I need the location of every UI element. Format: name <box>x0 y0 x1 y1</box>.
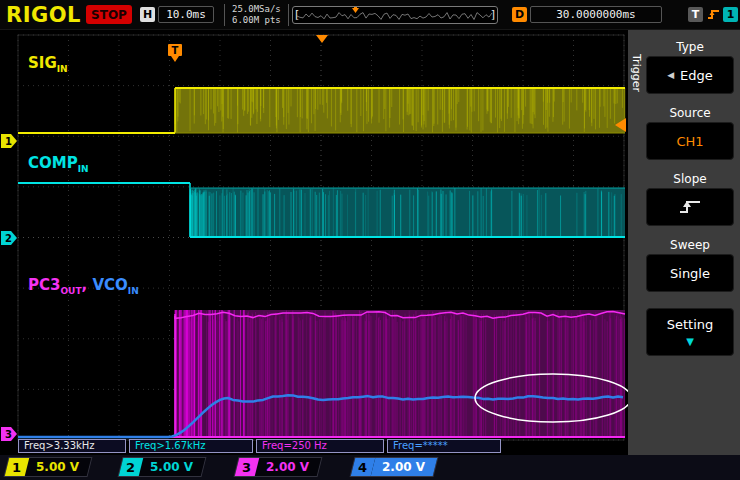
trigger-key-icon: T <box>688 7 703 22</box>
setting-button[interactable]: Setting ▼ <box>646 308 734 356</box>
source-button[interactable]: CH1 <box>646 122 734 160</box>
setting-value: Setting <box>667 317 714 332</box>
ch3-ch4-annotation: PC3OUT, VCOIN <box>28 276 139 296</box>
trigger-slope-icon <box>706 7 721 22</box>
oscilloscope-screen: RIGOL STOP H 10.0ms 25.0MSa/s 6.00M pts … <box>0 0 740 480</box>
channel-4-scale: 2.00 V <box>371 458 437 476</box>
delay-readout[interactable]: 30.0000000ms <box>530 6 662 23</box>
status-bar: RIGOL STOP H 10.0ms 25.0MSa/s 6.00M pts … <box>0 0 740 30</box>
slope-button[interactable] <box>646 188 734 226</box>
channel-4-status[interactable]: 4 2.00 V <box>350 457 439 477</box>
sample-rate: 25.0MSa/s <box>232 4 281 15</box>
freq-measurement-ch4[interactable]: Freq=***** <box>387 439 501 453</box>
freq-measurement-ch1[interactable]: Freq>3.33kHz <box>18 439 126 453</box>
svg-text:3: 3 <box>5 429 12 440</box>
timebase-readout[interactable]: 10.0ms <box>158 6 214 23</box>
source-label: Source <box>644 106 736 122</box>
channel-2-status[interactable]: 2 5.00 V <box>118 457 207 477</box>
measurement-bar: Freq>3.33kHz Freq>1.67kHz Freq=250 Hz Fr… <box>18 439 501 453</box>
window-bracket-right: ] <box>491 8 495 22</box>
svg-text:2: 2 <box>5 233 12 244</box>
waveform-overview-strip[interactable]: [ ] <box>292 6 498 24</box>
trigger-source-badge: 1 <box>723 7 738 22</box>
menu-title: Trigger <box>630 54 643 92</box>
rigol-logo: RIGOL <box>6 3 81 27</box>
source-value: CH1 <box>676 134 703 149</box>
slope-label: Slope <box>644 172 736 188</box>
trigger-menu: Trigger Type ◀ Edge Source CH1 Slope Swe… <box>628 30 740 455</box>
chevron-down-icon: ▼ <box>686 337 694 347</box>
freq-measurement-ch2[interactable]: Freq>1.67kHz <box>129 439 253 453</box>
channel-3-scale: 2.00 V <box>255 458 321 476</box>
type-value: Edge <box>680 68 713 83</box>
waveform-display: 123T SIGIN COMPIN PC3OUT, VCOIN Freq>3.3… <box>0 30 628 455</box>
run-stop-status[interactable]: STOP <box>86 5 132 24</box>
sweep-label: Sweep <box>644 238 736 254</box>
channel-1-scale: 5.00 V <box>25 458 91 476</box>
type-label: Type <box>644 40 736 56</box>
freq-measurement-ch3[interactable]: Freq=250 Hz <box>256 439 384 453</box>
horizontal-key-icon: H <box>140 7 155 22</box>
rising-edge-icon <box>677 198 703 216</box>
channel-3-status[interactable]: 3 2.00 V <box>234 457 323 477</box>
acquisition-info: 25.0MSa/s 6.00M pts <box>224 4 289 26</box>
memory-depth: 6.00M pts <box>232 15 281 26</box>
ch1-annotation: SIGIN <box>28 54 68 74</box>
channel-2-scale: 5.00 V <box>139 458 205 476</box>
submenu-arrow-icon: ◀ <box>667 70 674 80</box>
waveform-canvas: 123T <box>0 30 628 455</box>
overview-waveform <box>293 7 497 23</box>
channel-1-status[interactable]: 1 5.00 V <box>4 457 93 477</box>
svg-text:T: T <box>172 45 179 56</box>
window-bracket-left: [ <box>295 8 299 22</box>
sweep-button[interactable]: Single <box>646 254 734 292</box>
ch2-annotation: COMPIN <box>28 154 89 174</box>
type-button[interactable]: ◀ Edge <box>646 56 734 94</box>
sweep-value: Single <box>670 266 710 281</box>
channel-status-bar: 1 5.00 V 2 5.00 V 3 2.00 V 4 2.00 V <box>0 455 740 480</box>
svg-text:1: 1 <box>5 136 12 147</box>
delay-key-icon: D <box>512 7 527 22</box>
menu-items: Type ◀ Edge Source CH1 Slope Sweep Singl… <box>644 40 736 368</box>
